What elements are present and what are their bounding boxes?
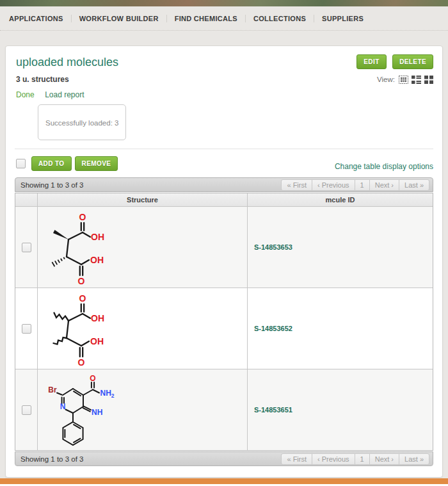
header-mcule-id: mcule ID bbox=[248, 193, 433, 206]
pagination-first-button[interactable]: « First bbox=[281, 179, 312, 191]
bulk-actions: ADD TO REMOVE bbox=[15, 156, 118, 171]
hash-bond bbox=[52, 257, 65, 267]
grid-view-icon[interactable] bbox=[424, 76, 433, 84]
page-background: APPLICATIONS WORKFLOW BUILDER FIND CHEMI… bbox=[0, 6, 448, 478]
molecule-structure-dimethylsuccinic-acid-stereo[interactable]: O OH OH O bbox=[38, 207, 248, 288]
wavy-bond bbox=[54, 337, 67, 344]
molecule-structure-dimethylsuccinic-acid-wavy[interactable]: O OH OH O bbox=[38, 288, 248, 369]
wavy-bond bbox=[54, 313, 69, 321]
table-bottom-bar: Showing 1 to 3 of 3 « First ‹ Previous 1… bbox=[15, 451, 433, 466]
nav-find-chemicals[interactable]: FIND CHEMICALS bbox=[167, 15, 246, 22]
table-row: O OH OH O S-14853652 bbox=[15, 288, 433, 369]
header-buttons: EDIT DELETE bbox=[356, 54, 433, 69]
header-checkbox-cell bbox=[15, 193, 38, 206]
row-checkbox[interactable] bbox=[22, 324, 31, 334]
delete-button[interactable]: DELETE bbox=[392, 54, 433, 69]
oxygen-label: O bbox=[78, 276, 85, 286]
pagination-first-button[interactable]: « First bbox=[281, 453, 312, 465]
report-text: Successfully loaded: 3 bbox=[45, 119, 118, 127]
nav-workflow-builder[interactable]: WORKFLOW BUILDER bbox=[72, 15, 167, 22]
pagination-last-button[interactable]: Last » bbox=[399, 179, 429, 191]
pagination-next-button[interactable]: Next › bbox=[369, 453, 399, 465]
oxygen-label: O bbox=[79, 212, 86, 222]
mcule-id-link[interactable]: S-14853653 bbox=[254, 243, 292, 251]
hydroxyl-label: OH bbox=[91, 232, 104, 242]
imine-nh-label: NH bbox=[92, 408, 102, 417]
pagination-previous-button[interactable]: ‹ Previous bbox=[312, 179, 355, 191]
mcule-id-link[interactable]: S-14853651 bbox=[254, 406, 292, 414]
change-table-display-link[interactable]: Change table display options bbox=[335, 162, 433, 171]
amide-nh2-label: NH2 bbox=[100, 389, 115, 399]
select-all-checkbox[interactable] bbox=[16, 159, 26, 168]
nav-collections[interactable]: COLLECTIONS bbox=[246, 15, 314, 22]
structure-cell: Br N O NH2 NH bbox=[38, 369, 248, 450]
oxygen-label: O bbox=[79, 293, 86, 304]
oxygen-label: O bbox=[78, 357, 85, 368]
hydroxyl-label: OH bbox=[90, 255, 104, 265]
bromine-label: Br bbox=[48, 385, 57, 394]
wedge-bond bbox=[53, 230, 68, 239]
structure-cell: O OH OH O bbox=[38, 288, 248, 369]
row-checkbox[interactable] bbox=[22, 243, 31, 252]
hydroxyl-label: OH bbox=[90, 336, 104, 346]
page-title: uploaded molecules bbox=[16, 56, 118, 69]
amide-oxygen-label: O bbox=[90, 374, 95, 383]
done-link[interactable]: Done bbox=[16, 90, 35, 99]
view-label: View: bbox=[377, 76, 395, 83]
table-top-bar: Showing 1 to 3 of 3 « First ‹ Previous 1… bbox=[15, 177, 433, 192]
showing-text: Showing 1 to 3 of 3 bbox=[20, 455, 83, 463]
pagination-next-button[interactable]: Next › bbox=[369, 179, 399, 191]
uploaded-molecules-panel: uploaded molecules EDIT DELETE 3 u. stru… bbox=[5, 45, 443, 478]
top-banner-image bbox=[0, 0, 448, 6]
pagination-bottom: « First ‹ Previous 1 Next › Last » bbox=[281, 453, 429, 465]
molecule-structure-bromo-imino-phenyl-pyridine-carboxamide[interactable]: Br N O NH2 NH bbox=[38, 369, 248, 450]
table-grid: Structure mcule ID bbox=[15, 193, 433, 451]
structure-cell: O OH OH O bbox=[38, 207, 248, 288]
showing-text: Showing 1 to 3 of 3 bbox=[20, 181, 83, 189]
pagination-page-button[interactable]: 1 bbox=[355, 179, 370, 191]
list-view-icon[interactable] bbox=[412, 76, 421, 84]
footer-orange-bar bbox=[0, 478, 448, 484]
status-links: Done Load report bbox=[16, 88, 433, 100]
table-view-icon[interactable] bbox=[399, 76, 408, 84]
edit-button[interactable]: EDIT bbox=[356, 54, 386, 69]
pagination-top: « First ‹ Previous 1 Next › Last » bbox=[281, 179, 429, 191]
add-to-button[interactable]: ADD TO bbox=[31, 156, 72, 171]
pagination-previous-button[interactable]: ‹ Previous bbox=[312, 453, 355, 465]
pagination-last-button[interactable]: Last » bbox=[399, 453, 429, 465]
molecules-table: Showing 1 to 3 of 3 « First ‹ Previous 1… bbox=[15, 177, 433, 466]
hydroxyl-label: OH bbox=[91, 313, 104, 323]
main-nav: APPLICATIONS WORKFLOW BUILDER FIND CHEMI… bbox=[0, 6, 448, 31]
section-divider bbox=[15, 149, 433, 149]
table-row: Br N O NH2 NH S-14853651 bbox=[15, 369, 433, 450]
table-row: O OH OH O S-14853653 bbox=[15, 207, 433, 288]
ring-nitrogen-label: N bbox=[60, 402, 66, 411]
table-header-row: Structure mcule ID bbox=[15, 193, 433, 207]
row-checkbox[interactable] bbox=[22, 405, 31, 415]
nav-suppliers[interactable]: SUPPLIERS bbox=[314, 15, 371, 22]
pagination-page-button[interactable]: 1 bbox=[355, 453, 370, 465]
load-report-box: Successfully loaded: 3 bbox=[38, 104, 126, 140]
remove-button[interactable]: REMOVE bbox=[75, 156, 118, 171]
phenyl-ring bbox=[63, 422, 83, 445]
view-switcher: View: bbox=[377, 76, 433, 84]
load-report-link[interactable]: Load report bbox=[45, 90, 84, 99]
header-structure: Structure bbox=[38, 193, 248, 206]
mcule-id-link[interactable]: S-14853652 bbox=[254, 325, 292, 332]
structures-count: 3 u. structures bbox=[16, 75, 69, 84]
nav-applications[interactable]: APPLICATIONS bbox=[1, 15, 72, 22]
